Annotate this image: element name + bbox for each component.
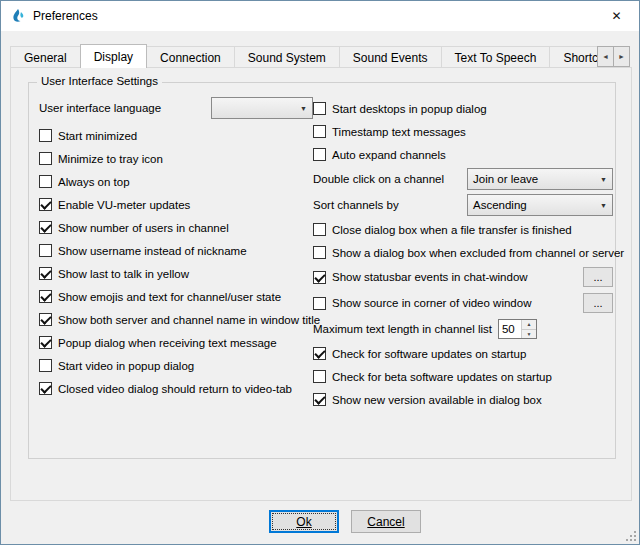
checkbox-box: [39, 359, 52, 372]
checkbox-auto-expand-channels[interactable]: Auto expand channels: [313, 143, 613, 166]
checkbox-label: Show username instead of nickname: [58, 245, 247, 257]
sort-channels-row: Sort channels by Ascending ▼: [313, 192, 613, 218]
tab-sound-events[interactable]: Sound Events: [339, 46, 442, 67]
language-select[interactable]: ▼: [211, 97, 313, 119]
ok-button-label: Ok: [296, 515, 311, 529]
checkbox-show-server-channel-title[interactable]: Show both server and channel name in win…: [39, 308, 313, 331]
checkbox-label: Start video in popup dialog: [58, 360, 194, 372]
checkbox-show-emojis[interactable]: Show emojis and text for channel/user st…: [39, 285, 313, 308]
checkbox-show-username[interactable]: Show username instead of nickname: [39, 239, 313, 262]
checkbox-box: [39, 221, 52, 234]
left-column: User interface language ▼ Start minimize…: [39, 97, 313, 400]
checkbox-label: Check for software updates on startup: [332, 348, 526, 360]
checkbox-box: [313, 223, 326, 236]
checkbox-popup-text-message[interactable]: Popup dialog when receiving text message: [39, 331, 313, 354]
double-click-value: Join or leave: [473, 173, 596, 185]
preferences-dialog: Preferences ✕ General Display Connection…: [0, 0, 640, 545]
tab-pane: User Interface Settings User interface l…: [10, 67, 632, 501]
sort-channels-select[interactable]: Ascending ▼: [467, 194, 613, 216]
tab-bar: General Display Connection Sound System …: [10, 44, 630, 68]
language-label: User interface language: [39, 102, 161, 114]
dropdown-arrow-icon: ▼: [300, 105, 307, 112]
checkbox-show-new-version-dialog[interactable]: Show new version available in dialog box: [313, 388, 613, 411]
double-click-label: Double click on a channel: [313, 173, 444, 185]
spin-down-icon[interactable]: ▼: [522, 329, 536, 339]
tab-general[interactable]: General: [10, 46, 81, 67]
tab-sound-system[interactable]: Sound System: [234, 46, 340, 67]
app-icon: [10, 8, 26, 24]
checkbox-box: [313, 125, 326, 138]
tab-scroll-right-icon[interactable]: ►: [613, 46, 630, 67]
checkbox-start-desktops-popup[interactable]: Start desktops in popup dialog: [313, 97, 613, 120]
close-icon[interactable]: ✕: [594, 1, 639, 31]
tab-display[interactable]: Display: [80, 44, 147, 68]
checkbox-check-updates[interactable]: Check for software updates on startup: [313, 342, 613, 365]
window-title: Preferences: [33, 9, 98, 23]
checkbox-box: [313, 102, 326, 115]
checkbox-check-beta-updates[interactable]: Check for beta software updates on start…: [313, 365, 613, 388]
checkbox-label: Enable VU-meter updates: [58, 199, 190, 211]
checkbox-video-source-corner[interactable]: Show source in corner of video window: [313, 292, 583, 315]
checkbox-label: Show number of users in channel: [58, 222, 229, 234]
tab-connection[interactable]: Connection: [146, 46, 235, 67]
tab-scroll-left-icon[interactable]: ◄: [597, 46, 614, 67]
checkbox-closed-video-return[interactable]: Closed video dialog should return to vid…: [39, 377, 313, 400]
checkbox-label: Show source in corner of video window: [332, 297, 531, 309]
checkbox-show-last-talk[interactable]: Show last to talk in yellow: [39, 262, 313, 285]
video-source-row: Show source in corner of video window ..…: [313, 290, 613, 316]
checkbox-start-minimized[interactable]: Start minimized: [39, 124, 313, 147]
dropdown-arrow-icon: ▼: [600, 176, 607, 183]
checkbox-start-video-popup[interactable]: Start video in popup dialog: [39, 354, 313, 377]
checkbox-label: Show last to talk in yellow: [58, 268, 189, 280]
sort-channels-label: Sort channels by: [313, 199, 399, 211]
checkbox-box: [313, 393, 326, 406]
spin-up-icon[interactable]: ▲: [522, 320, 536, 329]
checkbox-box: [39, 152, 52, 165]
checkbox-timestamp-messages[interactable]: Timestamp text messages: [313, 120, 613, 143]
checkbox-show-excluded-dialog[interactable]: Show a dialog box when excluded from cha…: [313, 241, 613, 264]
checkbox-box: [39, 129, 52, 142]
double-click-select[interactable]: Join or leave ▼: [467, 168, 613, 190]
checkbox-label: Minimize to tray icon: [58, 153, 163, 165]
checkbox-label: Check for beta software updates on start…: [332, 371, 552, 383]
checkbox-box: [39, 198, 52, 211]
checkbox-label: Start desktops in popup dialog: [332, 103, 487, 115]
checkbox-box: [313, 148, 326, 161]
checkbox-label: Close dialog box when a file transfer is…: [332, 224, 572, 236]
checkbox-label: Popup dialog when receiving text message: [58, 337, 277, 349]
checkbox-label: Always on top: [58, 176, 130, 188]
ok-button[interactable]: Ok: [269, 510, 339, 533]
checkbox-close-filetransfer-dialog[interactable]: Close dialog box when a file transfer is…: [313, 218, 613, 241]
checkbox-box: [39, 244, 52, 257]
tab-scroll-control: ◄ ►: [597, 46, 630, 67]
checkbox-box: [39, 267, 52, 280]
checkbox-box: [39, 313, 52, 326]
spinner-buttons: ▲ ▼: [521, 320, 536, 338]
max-text-length-row: Maximum text length in channel list 50 ▲…: [313, 316, 613, 342]
statusbar-events-row: Show statusbar events in chat-window ...: [313, 264, 613, 290]
ui-settings-group: User Interface Settings User interface l…: [28, 82, 616, 459]
video-source-config-button[interactable]: ...: [583, 293, 613, 313]
checkbox-box: [39, 175, 52, 188]
checkbox-box: [313, 271, 326, 284]
checkbox-statusbar-events[interactable]: Show statusbar events in chat-window: [313, 266, 583, 289]
language-row: User interface language ▼: [39, 97, 313, 119]
titlebar: Preferences ✕: [1, 1, 639, 31]
sort-channels-value: Ascending: [473, 199, 596, 211]
checkbox-minimize-to-tray[interactable]: Minimize to tray icon: [39, 147, 313, 170]
dialog-buttons: Ok Cancel: [269, 510, 421, 533]
checkbox-show-user-count[interactable]: Show number of users in channel: [39, 216, 313, 239]
max-text-length-value: 50: [499, 320, 521, 338]
tab-text-to-speech[interactable]: Text To Speech: [441, 46, 551, 67]
cancel-button[interactable]: Cancel: [351, 510, 421, 533]
statusbar-events-config-button[interactable]: ...: [583, 267, 613, 287]
checkbox-box: [313, 347, 326, 360]
cancel-button-label: Cancel: [367, 515, 404, 529]
checkbox-enable-vu-meter[interactable]: Enable VU-meter updates: [39, 193, 313, 216]
checkbox-label: Start minimized: [58, 130, 137, 142]
max-text-length-stepper[interactable]: 50 ▲ ▼: [498, 319, 537, 339]
checkbox-box: [313, 246, 326, 259]
checkbox-box: [39, 382, 52, 395]
checkbox-always-on-top[interactable]: Always on top: [39, 170, 313, 193]
resize-grip[interactable]: [634, 539, 636, 541]
